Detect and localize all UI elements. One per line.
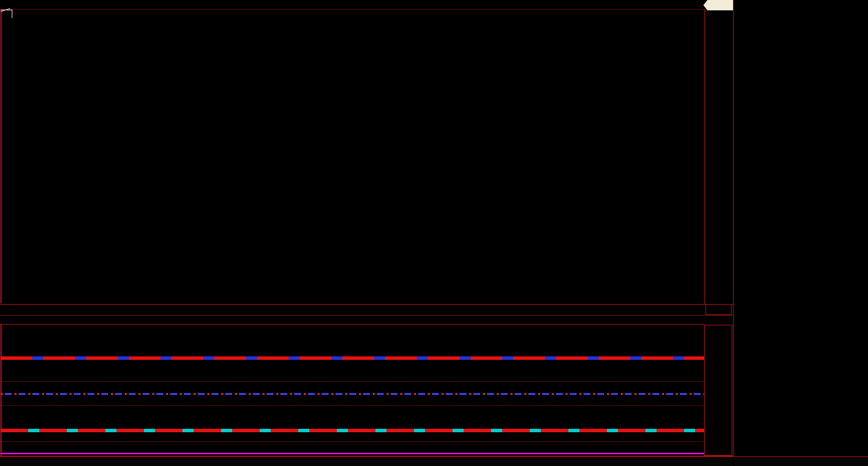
volume-indicator-line xyxy=(2,316,14,323)
top-info-bar xyxy=(1,0,718,9)
indicator-panel[interactable] xyxy=(0,325,705,456)
time-axis xyxy=(0,304,733,316)
tick-view-tab-bar xyxy=(734,456,868,466)
period-selector[interactable] xyxy=(705,304,732,315)
current-price-tag xyxy=(703,0,733,10)
price-axis xyxy=(704,10,734,304)
quote-sidebar xyxy=(733,0,868,456)
oscillator-series xyxy=(1,325,705,456)
main-candlestick-chart[interactable] xyxy=(0,10,705,303)
indicator-axis xyxy=(704,325,732,456)
candle-series xyxy=(1,10,705,303)
indicator-tab-bar xyxy=(0,456,733,466)
